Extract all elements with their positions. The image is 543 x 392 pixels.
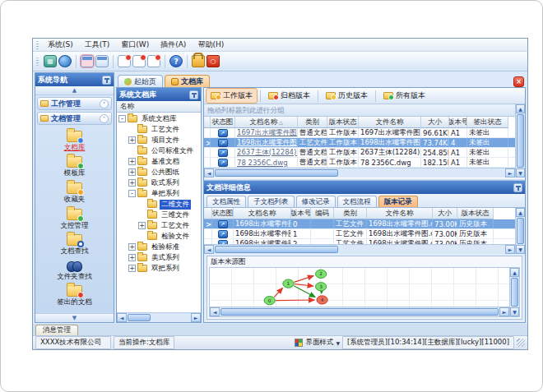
version-button[interactable]: 所有版本 <box>379 89 429 103</box>
interface-style-label[interactable]: 界面样式 <box>305 338 333 348</box>
grid1-hscrollbar[interactable]: ◄ ► <box>204 168 515 178</box>
detail-tab-版本记录[interactable]: 版本记录 <box>378 196 418 207</box>
column-header[interactable]: 版本状态 <box>457 208 494 219</box>
chevron-icon[interactable]: ˅ <box>100 99 109 108</box>
version-button[interactable]: 历史版本 <box>322 89 372 103</box>
sidebar-group-work[interactable]: 工作管理˅ <box>37 97 112 110</box>
version-node-0[interactable]: 0 <box>264 297 275 305</box>
scroll-up-icon[interactable]: ▲ <box>516 104 525 113</box>
version-node-3[interactable]: 3 <box>316 283 327 291</box>
group-by-hint[interactable]: 拖动列标题到此进行分组 <box>204 104 515 117</box>
version-node-1[interactable]: 1 <box>283 279 294 288</box>
scroll-thumb[interactable] <box>517 218 524 244</box>
layout-icon[interactable] <box>44 55 57 67</box>
scroll-right-icon[interactable]: ► <box>191 313 201 322</box>
tree-node[interactable]: +检验标准 <box>117 242 201 252</box>
tree-node[interactable]: +工艺文件 <box>117 220 201 231</box>
column-header[interactable]: 大小 <box>421 117 449 128</box>
menu-item[interactable]: 插件(A) <box>155 39 192 51</box>
detail-tab-子文档列表[interactable]: 子文档列表 <box>248 196 295 207</box>
tab-message-management[interactable]: 消息管理 <box>35 325 78 335</box>
sidebar-scroll-down[interactable]: ▼ <box>35 313 114 322</box>
sidebar-item[interactable]: 文控管理 <box>61 209 89 231</box>
table-row[interactable]: >↗1698出水嘴零件图.dwg0工艺文件1698出水嘴零件图.dwg73.00… <box>204 219 515 229</box>
tree-node[interactable]: 三维文件 <box>117 210 201 220</box>
detail-tab-文档流程[interactable]: 文档流程 <box>337 196 377 207</box>
power-icon[interactable] <box>207 55 220 67</box>
tree-node[interactable]: -系统文档库 <box>117 113 201 124</box>
column-header[interactable]: 文件名称 <box>367 208 433 219</box>
doc-mail-icon[interactable] <box>147 55 160 67</box>
scroll-left-icon[interactable]: ◄ <box>204 168 214 178</box>
scroll-thumb[interactable] <box>215 169 338 177</box>
column-header[interactable]: 签出状态 <box>467 117 508 128</box>
scroll-left-icon[interactable]: ◄ <box>117 313 127 322</box>
sidebar-item[interactable]: 签出的文档 <box>57 285 92 307</box>
interface-style-icon[interactable] <box>295 339 303 347</box>
tab-文档库[interactable]: 文档库 <box>165 75 210 87</box>
sidebar-scroll-up[interactable]: ▲ <box>35 86 114 95</box>
scroll-down-icon[interactable]: ▼ <box>516 245 525 254</box>
version-graph[interactable]: 01234 <box>210 268 509 307</box>
menu-item[interactable]: 窗口(W) <box>115 39 155 51</box>
sidebar-item[interactable]: 文档库 <box>64 131 86 153</box>
tree-node[interactable]: -单把系列 <box>117 188 201 199</box>
doc-badge-icon[interactable] <box>132 55 146 67</box>
expander-icon[interactable]: + <box>128 265 136 272</box>
expander-icon[interactable]: - <box>128 190 136 197</box>
table-row[interactable]: ↗2637主体(12284).dwg普通文档工作版本2637主体(12284).… <box>204 148 515 158</box>
toolbar-grip[interactable] <box>36 58 39 66</box>
window-icon[interactable] <box>81 55 94 67</box>
expander-icon[interactable]: + <box>128 254 136 261</box>
column-header[interactable]: 大小 <box>433 208 457 219</box>
scroll-up-icon[interactable]: ▲ <box>516 208 525 217</box>
doc-close-icon[interactable] <box>118 55 131 67</box>
window-grid-icon[interactable] <box>95 55 109 67</box>
version-node-4[interactable]: 4 <box>317 296 327 304</box>
tree-hscrollbar[interactable]: ◄ ► <box>117 312 201 322</box>
expander-icon[interactable]: + <box>128 179 136 187</box>
version-button[interactable]: 归档版本 <box>264 89 314 103</box>
pin-icon[interactable] <box>189 90 198 99</box>
scroll-right-icon[interactable]: ► <box>505 245 515 254</box>
graph-hscrollbar[interactable]: ◄ ► <box>210 307 509 316</box>
sidebar-group-document[interactable]: 文档管理ˆ <box>37 112 112 125</box>
sidebar-item[interactable]: 文件夹查找 <box>57 261 92 282</box>
column-header[interactable]: 版本号 <box>449 117 467 128</box>
scroll-left-icon[interactable]: ◄ <box>210 307 220 316</box>
column-header[interactable]: 版本号 <box>291 208 311 219</box>
resize-grip[interactable] <box>517 339 525 347</box>
menu-item[interactable]: 工具(T) <box>79 39 116 51</box>
scroll-thumb[interactable] <box>517 114 524 168</box>
tree-node[interactable]: 二维文件 <box>117 199 201 210</box>
expander-icon[interactable]: - <box>118 115 126 122</box>
column-header[interactable]: 类别 <box>298 117 327 128</box>
scroll-thumb[interactable] <box>215 246 338 253</box>
column-header[interactable]: 状态图 <box>211 117 235 128</box>
document-link[interactable]: 2637主体(12284).dwg <box>237 148 298 157</box>
scroll-up-icon[interactable]: ▲ <box>510 268 519 277</box>
tree-node[interactable]: +基准文档 <box>117 156 201 167</box>
grid2-hscrollbar[interactable]: ◄ ► <box>204 244 515 254</box>
table-row[interactable]: ↗78 2356C.dwg普通文档工作版本78 2356C.dwg182.15K… <box>204 158 515 168</box>
table-row[interactable]: >↗1698出水嘴零件图.dwg工艺文件工作版本1698出水嘴零件图.dwg73… <box>204 138 515 148</box>
version-button[interactable]: 工作版本 <box>207 89 257 103</box>
help-icon[interactable] <box>169 55 183 67</box>
grid2-vscrollbar[interactable]: ▲ ▼ <box>515 208 525 254</box>
pin-icon[interactable] <box>102 76 111 85</box>
menu-item[interactable]: 系统(S) <box>42 39 79 51</box>
scroll-thumb[interactable] <box>220 308 499 316</box>
column-header[interactable]: 文档名称△ <box>235 117 298 128</box>
sidebar-item[interactable]: 模板库 <box>64 156 86 178</box>
globe-icon[interactable] <box>58 55 72 67</box>
tree-node[interactable]: +美式系列 <box>117 252 201 263</box>
expander-icon[interactable]: + <box>128 158 136 165</box>
detail-tab-修改记录[interactable]: 修改记录 <box>296 196 336 207</box>
scroll-right-icon[interactable]: ► <box>499 307 509 316</box>
menubar-grip[interactable] <box>36 41 39 49</box>
scroll-down-icon[interactable]: ▼ <box>516 168 525 178</box>
expander-icon[interactable]: + <box>128 243 136 251</box>
column-header[interactable]: 文件名称 <box>359 117 421 128</box>
tree-node[interactable]: +公共图纸 <box>117 167 201 178</box>
document-link[interactable]: 1697出水嘴零件图.dwg <box>237 128 298 137</box>
